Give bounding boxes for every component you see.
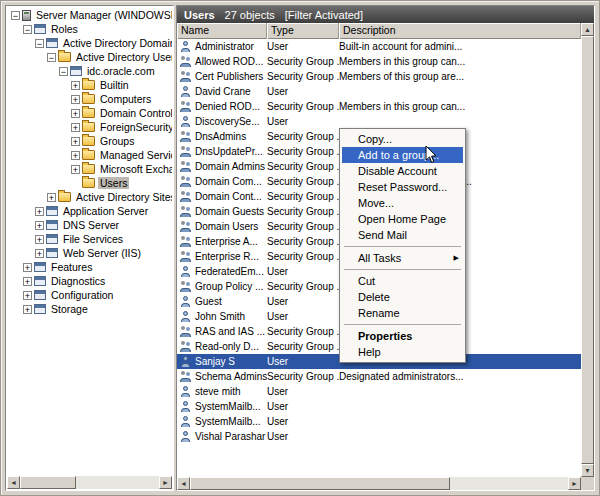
menu-item-rename[interactable]: Rename bbox=[342, 305, 463, 321]
scroll-right-icon[interactable]: ► bbox=[159, 476, 172, 489]
tree-item-label: Computers bbox=[98, 93, 153, 105]
menu-item-open-home-page[interactable]: Open Home Page bbox=[342, 211, 463, 227]
list-hscrollbar[interactable]: ◄ ► bbox=[177, 477, 581, 490]
tree-item-active-directory-sites-a[interactable]: +Active Directory Sites a... bbox=[7, 190, 172, 204]
tree-item-active-directory-domain-se[interactable]: −Active Directory Domain Se... bbox=[7, 36, 172, 50]
scroll-left-icon[interactable]: ◄ bbox=[177, 477, 190, 490]
column-header-description[interactable]: Description bbox=[339, 23, 581, 39]
tree-item-groups[interactable]: +Groups bbox=[7, 134, 172, 148]
tree-hscrollbar[interactable]: ◄ ► bbox=[7, 476, 172, 489]
tree-item-roles[interactable]: −Roles bbox=[7, 22, 172, 36]
menu-item-copy[interactable]: Copy... bbox=[342, 131, 463, 147]
expand-icon[interactable]: + bbox=[71, 151, 80, 160]
collapse-icon[interactable]: − bbox=[35, 39, 44, 48]
tree-item-microsoft-excha[interactable]: +Microsoft Excha... bbox=[7, 162, 172, 176]
tree-item-configuration[interactable]: +Configuration bbox=[7, 288, 172, 302]
scroll-left-icon[interactable]: ◄ bbox=[7, 476, 20, 489]
column-header-type[interactable]: Type bbox=[267, 23, 339, 39]
expand-icon[interactable]: + bbox=[35, 207, 44, 216]
menu-item-move[interactable]: Move... bbox=[342, 195, 463, 211]
column-headers: Name Type Description bbox=[177, 23, 581, 39]
collapse-icon[interactable]: − bbox=[47, 53, 56, 62]
user-name: Allowed ROD... bbox=[195, 56, 263, 67]
expand-icon[interactable]: + bbox=[23, 291, 32, 300]
tree-item-application-server[interactable]: +Application Server bbox=[7, 204, 172, 218]
cell-type: User bbox=[267, 386, 339, 397]
collapse-icon[interactable]: − bbox=[59, 67, 68, 76]
list-hscroll-thumb[interactable] bbox=[190, 477, 450, 490]
expand-icon[interactable]: + bbox=[71, 95, 80, 104]
menu-item-disable-account[interactable]: Disable Account bbox=[342, 163, 463, 179]
cell-description: Built-in account for admini... bbox=[339, 41, 581, 52]
expand-icon[interactable]: + bbox=[35, 221, 44, 230]
group-icon bbox=[180, 191, 191, 202]
menu-item-reset-password[interactable]: Reset Password... bbox=[342, 179, 463, 195]
expand-icon[interactable]: + bbox=[35, 249, 44, 258]
scroll-right-icon[interactable]: ► bbox=[568, 477, 581, 490]
table-row-denied-rod[interactable]: Denied ROD...Security Group ...Members i… bbox=[177, 99, 581, 114]
menu-item-delete[interactable]: Delete bbox=[342, 289, 463, 305]
console-tree-pane: −Server Manager (WINDOWSERVER−Roles−Acti… bbox=[5, 5, 174, 491]
menu-separator bbox=[344, 246, 461, 247]
tree-item-managed-servic[interactable]: +Managed Servic... bbox=[7, 148, 172, 162]
expand-icon[interactable]: + bbox=[71, 81, 80, 90]
list-vscrollbar[interactable]: ▲ ▼ bbox=[581, 23, 594, 477]
tree-item-label: Storage bbox=[49, 303, 90, 315]
user-name: Domain Admins bbox=[195, 161, 265, 172]
collapse-icon[interactable]: − bbox=[11, 11, 20, 20]
menu-item-send-mail[interactable]: Send Mail bbox=[342, 227, 463, 243]
menu-item-help[interactable]: Help bbox=[342, 344, 463, 360]
cell-name: Enterprise R... bbox=[177, 251, 267, 262]
tree-item-computers[interactable]: +Computers bbox=[7, 92, 172, 106]
expand-icon[interactable]: + bbox=[71, 137, 80, 146]
column-header-name[interactable]: Name bbox=[177, 23, 267, 39]
expand-icon[interactable]: + bbox=[23, 277, 32, 286]
tree-item-active-directory-users[interactable]: −Active Directory Users ... bbox=[7, 50, 172, 64]
cell-name: Domain Com... bbox=[177, 176, 267, 187]
tree-item-builtin[interactable]: +Builtin bbox=[7, 78, 172, 92]
table-row-schema-admins[interactable]: Schema AdminsSecurity Group ...Designate… bbox=[177, 369, 581, 384]
expand-icon[interactable]: + bbox=[47, 193, 56, 202]
table-row-vishal-parashar[interactable]: Vishal ParasharUser bbox=[177, 429, 581, 444]
table-row-administrator[interactable]: AdministratorUserBuilt-in account for ad… bbox=[177, 39, 581, 54]
tree-item-storage[interactable]: +Storage bbox=[7, 302, 172, 316]
tree-item-idc-oracle-com[interactable]: −idc.oracle.com bbox=[7, 64, 172, 78]
table-row-discoveryse[interactable]: DiscoverySe...User bbox=[177, 114, 581, 129]
user-icon bbox=[180, 431, 191, 442]
expander-spacer bbox=[71, 179, 82, 188]
scroll-down-icon[interactable]: ▼ bbox=[581, 464, 594, 477]
collapse-icon[interactable]: − bbox=[23, 25, 32, 34]
table-row-david-crane[interactable]: David CraneUser bbox=[177, 84, 581, 99]
menu-item-add-to-a-group[interactable]: Add to a group... bbox=[342, 147, 463, 163]
menu-item-cut[interactable]: Cut bbox=[342, 273, 463, 289]
user-name: SystemMailb... bbox=[195, 416, 261, 427]
list-vscroll-thumb[interactable] bbox=[581, 36, 594, 464]
tree-item-label: Features bbox=[49, 261, 94, 273]
expand-icon[interactable]: + bbox=[71, 165, 80, 174]
tree-item-diagnostics[interactable]: +Diagnostics bbox=[7, 274, 172, 288]
tree-item-features[interactable]: +Features bbox=[7, 260, 172, 274]
table-row-cert-publishers[interactable]: Cert PublishersSecurity Group ...Members… bbox=[177, 69, 581, 84]
tree-item-users[interactable]: Users bbox=[7, 176, 172, 190]
tree-item-web-server-iis[interactable]: +Web Server (IIS) bbox=[7, 246, 172, 260]
tree-item-foreignsecurity[interactable]: +ForeignSecurity... bbox=[7, 120, 172, 134]
expand-icon[interactable]: + bbox=[23, 263, 32, 272]
table-row-systemmailb[interactable]: SystemMailb...User bbox=[177, 399, 581, 414]
expand-icon[interactable]: + bbox=[35, 235, 44, 244]
tree-item-domain-control[interactable]: +Domain Control... bbox=[7, 106, 172, 120]
menu-item-properties[interactable]: Properties bbox=[342, 328, 463, 344]
table-row-allowed-rod[interactable]: Allowed ROD...Security Group ...Members … bbox=[177, 54, 581, 69]
table-row-systemmailb[interactable]: SystemMailb...User bbox=[177, 414, 581, 429]
menu-item-all-tasks[interactable]: All Tasks▶ bbox=[342, 250, 463, 266]
tree-item-server-manager-windowserver[interactable]: −Server Manager (WINDOWSERVER bbox=[7, 8, 172, 22]
expand-icon[interactable]: + bbox=[71, 109, 80, 118]
console-tree: −Server Manager (WINDOWSERVER−Roles−Acti… bbox=[7, 8, 172, 475]
tree-hscroll-thumb[interactable] bbox=[20, 476, 76, 489]
tree-item-file-services[interactable]: +File Services bbox=[7, 232, 172, 246]
expand-icon[interactable]: + bbox=[23, 305, 32, 314]
tree-item-dns-server[interactable]: +DNS Server bbox=[7, 218, 172, 232]
scroll-up-icon[interactable]: ▲ bbox=[581, 23, 594, 36]
tree-item-label: Managed Servic... bbox=[98, 149, 172, 161]
table-row-steve-mith[interactable]: steve mithUser bbox=[177, 384, 581, 399]
expand-icon[interactable]: + bbox=[71, 123, 80, 132]
